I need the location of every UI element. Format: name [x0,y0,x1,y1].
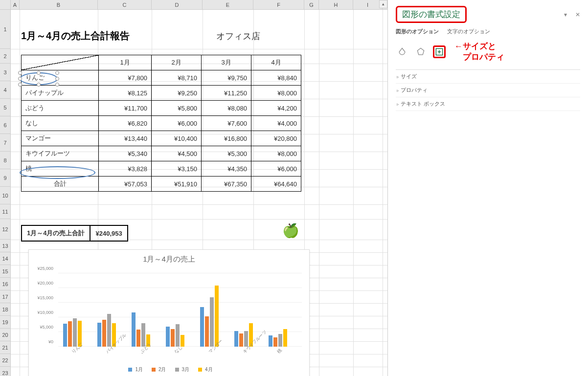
chart-bar[interactable] [273,337,277,347]
total-cell: ¥64,640 [251,177,301,192]
chart-bar[interactable] [132,312,136,347]
select-all-corner[interactable] [0,0,11,10]
table-header: 3月 [202,55,251,70]
chart-bar[interactable] [269,335,272,347]
sales-chart[interactable]: 1月～4月の売上 ¥0¥5,000¥10,000¥15,000¥20,000¥2… [28,249,310,376]
value-cell: ¥13,440 [99,131,152,146]
row-header[interactable]: 22 [0,354,10,367]
column-header[interactable]: B [20,0,98,9]
row-header[interactable]: 11 [0,204,10,219]
value-cell: ¥8,000 [251,86,301,101]
chart-bar[interactable] [171,329,175,347]
fill-line-icon[interactable] [396,45,408,58]
row-header[interactable]: 23 [0,367,10,376]
row-header[interactable]: 7 [0,134,10,152]
row-header[interactable]: 19 [0,316,10,329]
scroll-up-button[interactable]: ▴ [379,0,387,8]
size-properties-icon[interactable] [433,45,446,58]
column-header[interactable]: A [11,0,20,9]
column-header[interactable]: E [203,0,253,9]
apple-icon[interactable]: 🍏 [282,222,299,239]
row-header[interactable]: 8 [0,152,10,169]
row-header[interactable]: 2 [0,49,10,64]
tab-shape-options[interactable]: 図形のオプション [396,28,439,34]
chart-bar[interactable] [239,333,243,347]
column-header[interactable]: F [253,0,304,9]
column-header[interactable]: I [353,0,383,9]
row-header[interactable]: 9 [0,169,10,187]
spreadsheet-area[interactable]: ABCDEFGHI 123456789101112131415161718192… [0,0,387,376]
chart-bar[interactable] [215,286,219,347]
grid[interactable]: 1月～4月の売上合計報告 オフィス店 1月 2月 3月 4月 りんご¥7,800… [11,10,387,376]
row-header[interactable]: 17 [0,290,10,303]
value-cell: ¥5,340 [99,146,152,161]
chart-bar[interactable] [200,307,204,347]
row-header[interactable]: 10 [0,187,10,204]
pane-title: 図形の書式設定 [396,6,467,23]
pane-tabs: 図形のオプション 文字のオプション [396,28,580,35]
chart-plot-area[interactable]: りんごパイナップルぶどうなしマンゴーキウイフルーツ桃 [58,272,302,347]
row-header[interactable]: 5 [0,99,10,116]
row-header[interactable]: 12 [0,219,10,240]
svg-marker-0 [417,48,424,55]
row-header[interactable]: 14 [0,252,10,265]
chart-bar[interactable] [107,314,111,347]
value-cell: ¥8,840 [251,70,301,86]
page-title: 1月～4月の売上合計報告 [21,29,130,43]
selected-oval-shape[interactable] [20,72,58,85]
chart-bar[interactable] [63,324,67,347]
chart-bar[interactable] [68,321,72,347]
oval-shape-kiwi[interactable] [20,166,95,179]
section-size[interactable]: サイズ [396,70,580,84]
chart-bar[interactable] [141,323,145,347]
summary-table[interactable]: 1月～4月の売上合計 ¥240,953 [21,225,128,242]
row-headers[interactable]: 1234567891011121314151617181920212223 [0,10,11,376]
chart-bar[interactable] [136,330,140,347]
column-header[interactable]: G [304,0,319,9]
column-header[interactable]: H [319,0,353,9]
column-header[interactable]: D [152,0,203,9]
pane-close-icon[interactable]: ✕ [575,11,580,18]
chart-bar[interactable] [97,323,101,347]
column-header[interactable]: C [98,0,152,9]
section-textbox[interactable]: テキスト ボックス [396,97,580,111]
value-cell: ¥7,800 [99,70,152,86]
section-properties[interactable]: プロパティ [396,84,580,97]
chart-bar[interactable] [176,324,180,347]
tab-text-options[interactable]: 文字のオプション [447,28,490,34]
value-cell: ¥9,750 [202,70,251,86]
row-header[interactable]: 6 [0,116,10,134]
value-cell: ¥9,250 [152,86,202,101]
column-headers[interactable]: ABCDEFGHI [0,0,387,10]
chart-legend: 1月2月3月4月 [29,366,309,373]
row-header[interactable]: 15 [0,265,10,278]
row-header[interactable]: 4 [0,81,10,99]
format-shape-pane: 図形の書式設定 ▾ ✕ 図形のオプション 文字のオプション ←サイズと プロパテ… [387,0,588,376]
chart-bar[interactable] [234,331,238,347]
product-name-cell: マンゴー [22,131,99,146]
row-header[interactable]: 16 [0,278,10,290]
chart-bar[interactable] [166,327,170,347]
chart-bar[interactable] [205,316,209,347]
value-cell: ¥8,080 [202,101,251,116]
row-header[interactable]: 1 [0,10,10,49]
table-header: 2月 [152,55,202,70]
effects-icon[interactable] [414,45,427,58]
chart-bar[interactable] [181,335,184,347]
row-header[interactable]: 3 [0,64,10,81]
row-header[interactable]: 13 [0,240,10,252]
chart-bar[interactable] [102,320,106,347]
chart-bar[interactable] [283,329,287,347]
summary-value: ¥240,953 [90,225,127,241]
product-name-cell: パイナップル [22,86,99,101]
summary-label: 1月～4月の売上合計 [22,225,90,241]
row-header[interactable]: 20 [0,329,10,341]
row-header[interactable]: 18 [0,303,10,316]
row-header[interactable]: 21 [0,341,10,354]
pane-dropdown-icon[interactable]: ▾ [564,11,567,18]
chart-bar[interactable] [210,297,214,347]
table-header: 1月 [99,55,152,70]
value-cell: ¥11,250 [202,86,251,101]
chart-bar[interactable] [73,318,77,347]
chart-bar[interactable] [278,334,282,347]
